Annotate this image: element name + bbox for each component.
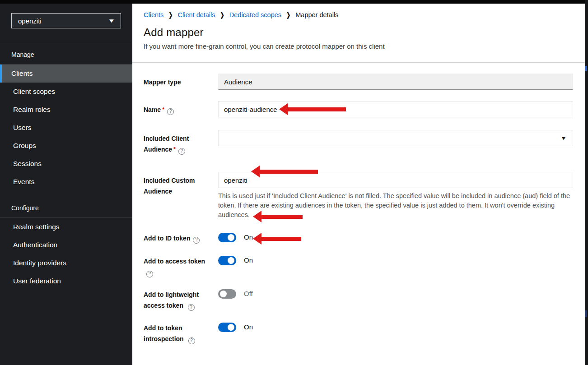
sidebar-item-events[interactable]: Events — [0, 173, 132, 191]
sidebar-item-sessions[interactable]: Sessions — [0, 155, 132, 173]
name-row: Name*? — [144, 101, 573, 117]
add-to-id-token-state: On — [244, 233, 253, 241]
sidebar-section-manage: Manage — [0, 43, 132, 64]
realm-selector-value: openziti — [18, 17, 42, 25]
help-icon[interactable]: ? — [146, 271, 153, 277]
toggle-knob — [228, 257, 234, 264]
breadcrumb-separator-icon: ❯ — [220, 11, 224, 19]
included-custom-audience-row: Included Custom Audience This is used ju… — [144, 172, 573, 220]
toggle-knob — [220, 291, 227, 297]
name-input[interactable] — [218, 101, 573, 117]
mapper-type-label: Mapper type — [144, 74, 218, 90]
add-to-lightweight-access-token-row: Add to lightweight access token ? Off — [144, 289, 573, 311]
breadcrumb-current: Mapper details — [295, 11, 338, 18]
caret-down-icon: ▼ — [560, 135, 567, 141]
mapper-type-row: Mapper type Audience — [144, 74, 573, 90]
sidebar: openziti ▼ Manage Clients Client scopes … — [0, 4, 132, 365]
sidebar-section-configure: Configure — [0, 191, 132, 217]
included-client-audience-label: Included Client Audience*? — [144, 130, 218, 155]
included-client-audience-select[interactable]: ▼ — [218, 130, 573, 146]
breadcrumb-separator-icon: ❯ — [168, 11, 173, 19]
scrollbar[interactable] — [585, 0, 588, 365]
sidebar-item-realm-settings[interactable]: Realm settings — [0, 218, 132, 236]
add-to-access-token-toggle[interactable] — [218, 256, 236, 265]
mapper-type-field: Audience — [218, 74, 573, 90]
included-custom-audience-label: Included Custom Audience — [144, 172, 218, 220]
add-to-access-token-row: Add to access token ? On — [144, 256, 573, 277]
toggle-knob — [228, 234, 234, 241]
add-to-token-introspection-toggle[interactable] — [218, 323, 236, 332]
required-marker: * — [173, 146, 176, 152]
breadcrumb-link-client-details[interactable]: Client details — [178, 11, 215, 18]
add-to-id-token-row: Add to ID token? On — [144, 233, 573, 244]
required-marker: * — [162, 106, 164, 113]
sidebar-item-groups[interactable]: Groups — [0, 137, 132, 155]
add-to-access-token-label: Add to access token ? — [144, 256, 218, 277]
main-content: Clients ❯ Client details ❯ Dedicated sco… — [132, 4, 585, 365]
sidebar-item-realm-roles[interactable]: Realm roles — [0, 101, 132, 119]
sidebar-item-identity-providers[interactable]: Identity providers — [0, 254, 132, 272]
included-client-audience-row: Included Client Audience*? ▼ — [144, 130, 573, 155]
help-icon[interactable]: ? — [167, 108, 174, 115]
help-icon[interactable]: ? — [188, 337, 195, 344]
add-to-id-token-label: Add to ID token? — [144, 233, 218, 244]
included-custom-audience-help: This is used just if 'Included Client Au… — [218, 191, 573, 220]
chevron-down-icon: ▼ — [108, 18, 116, 24]
help-icon[interactable]: ? — [188, 304, 195, 311]
name-label: Name*? — [144, 101, 218, 117]
add-to-lightweight-access-token-state: Off — [244, 289, 253, 297]
breadcrumb-link-clients[interactable]: Clients — [144, 11, 163, 18]
add-to-lightweight-access-token-label: Add to lightweight access token ? — [144, 289, 218, 311]
scrollbar-thumb — [585, 66, 587, 71]
breadcrumb-separator-icon: ❯ — [286, 11, 290, 19]
sidebar-item-clients[interactable]: Clients — [0, 65, 132, 83]
help-icon[interactable]: ? — [178, 148, 185, 155]
toggle-knob — [228, 324, 234, 331]
sidebar-item-users[interactable]: Users — [0, 119, 132, 137]
add-to-token-introspection-row: Add to token introspection ? On — [144, 323, 573, 344]
sidebar-item-client-scopes[interactable]: Client scopes — [0, 83, 132, 101]
add-to-id-token-toggle[interactable] — [218, 233, 236, 242]
realm-selector[interactable]: openziti ▼ — [11, 13, 121, 28]
breadcrumb: Clients ❯ Client details ❯ Dedicated sco… — [144, 11, 573, 18]
included-custom-audience-input[interactable] — [218, 172, 573, 188]
add-to-access-token-state: On — [244, 256, 253, 264]
page-title: Add mapper — [144, 26, 573, 39]
scrollbar-thumb — [585, 310, 587, 317]
add-to-token-introspection-state: On — [244, 323, 253, 331]
add-to-lightweight-access-token-toggle[interactable] — [218, 289, 236, 299]
page-header: Clients ❯ Client details ❯ Dedicated sco… — [132, 4, 585, 63]
sidebar-item-authentication[interactable]: Authentication — [0, 236, 132, 254]
help-icon[interactable]: ? — [193, 237, 200, 244]
add-to-token-introspection-label: Add to token introspection ? — [144, 323, 218, 344]
add-mapper-form: Mapper type Audience Name*? Included Cli… — [132, 63, 585, 365]
sidebar-item-user-federation[interactable]: User federation — [0, 272, 132, 290]
page-subtitle: If you want more fine-grain control, you… — [144, 42, 573, 50]
breadcrumb-link-dedicated-scopes[interactable]: Dedicated scopes — [229, 11, 281, 18]
masthead — [0, 0, 588, 4]
